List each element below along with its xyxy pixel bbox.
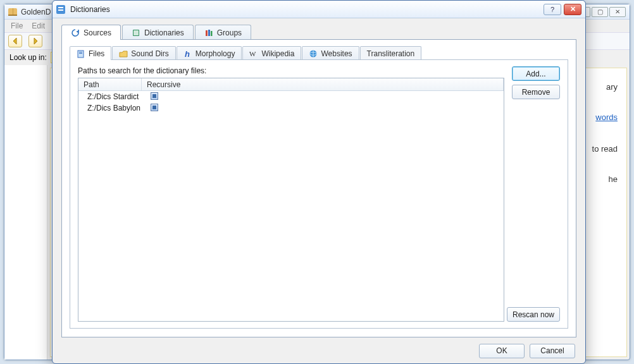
recursive-cell [148, 104, 158, 113]
dialog-footer: OK Cancel [53, 338, 585, 363]
books-icon [204, 28, 213, 37]
recursive-checkbox[interactable] [151, 92, 158, 100]
ok-button[interactable]: OK [479, 344, 525, 358]
subtab-sound-label: Sound Dirs [131, 49, 168, 58]
files-pane: Paths to search for the dictionary files… [70, 59, 568, 329]
path-cell: Z:/Dics Babylon [78, 104, 148, 112]
tab-groups[interactable]: Groups [195, 25, 251, 40]
dictionaries-icon [56, 5, 65, 14]
recursive-cell [148, 92, 158, 102]
remove-button[interactable]: Remove [512, 85, 560, 99]
subtab-files[interactable]: Files [70, 46, 111, 60]
files-icon [77, 49, 85, 58]
svg-rect-4 [211, 31, 213, 36]
close-main-button[interactable]: ✕ [609, 7, 626, 17]
subtab-transliteration[interactable]: Transliteration [360, 46, 422, 60]
recursive-checkbox[interactable] [151, 104, 158, 111]
svg-rect-7 [79, 53, 82, 54]
table-row[interactable]: Z:/Dics Stardict [78, 91, 504, 102]
paths-column: Paths to search for the dictionary files… [78, 66, 504, 322]
help-button[interactable]: ? [544, 4, 561, 15]
book-icon [132, 28, 140, 37]
morphology-icon: h [183, 49, 192, 58]
dialog-body: Sources Dictionaries Groups [53, 18, 585, 338]
paths-rows: Z:/Dics Stardict Z:/Dics Babylon [78, 91, 504, 114]
subtab-websites-label: Websites [321, 49, 352, 58]
svg-rect-2 [206, 30, 208, 36]
svg-rect-3 [208, 30, 210, 36]
tab-dictionaries[interactable]: Dictionaries [122, 25, 194, 40]
outer-tabs: Sources Dictionaries Groups [61, 25, 576, 40]
svg-rect-1 [134, 30, 139, 35]
tab-sources-label: Sources [84, 28, 111, 37]
maximize-button[interactable]: ▢ [592, 7, 608, 17]
side-buttons: Add... Remove Rescan now [512, 66, 560, 322]
app-icon [8, 8, 17, 16]
close-dialog-button[interactable]: ✕ [564, 4, 581, 15]
forward-button[interactable] [28, 35, 42, 47]
add-button[interactable]: Add... [512, 66, 560, 81]
main-sidebar [4, 65, 47, 360]
dictionaries-dialog: Dictionaries ? ✕ Sources Dictionaries [52, 0, 586, 364]
dialog-window-controls: ? ✕ [544, 4, 581, 15]
subtab-morphology[interactable]: h Morphology [177, 46, 242, 60]
paths-table: Path Recursive Z:/Dics Stardict Z:/Dics … [78, 78, 504, 322]
svg-text:W: W [249, 50, 256, 58]
subtab-files-label: Files [89, 49, 104, 58]
svg-text:h: h [185, 49, 190, 58]
subtab-wikipedia-label: Wikipedia [261, 49, 294, 58]
globe-icon [309, 49, 318, 58]
tab-dictionaries-label: Dictionaries [144, 28, 184, 37]
sources-pane: Files Sound Dirs h Morphology W [61, 39, 576, 337]
rescan-button[interactable]: Rescan now [507, 307, 560, 322]
content-fragment: he [609, 174, 618, 184]
dialog-title: Dictionaries [70, 5, 110, 14]
svg-rect-6 [79, 52, 82, 52]
content-fragment: to read [592, 144, 618, 154]
tab-sources[interactable]: Sources [61, 25, 121, 40]
menu-file[interactable]: File [11, 21, 23, 30]
lookup-label: Look up in: [9, 53, 47, 62]
refresh-icon [71, 28, 80, 37]
content-fragment: ary [606, 82, 618, 92]
inner-tabs: Files Sound Dirs h Morphology W [70, 46, 568, 60]
subtab-transliteration-label: Transliteration [367, 49, 415, 58]
ok-button-label: OK [496, 346, 507, 355]
dialog-titlebar: Dictionaries ? ✕ [53, 1, 585, 18]
table-row[interactable]: Z:/Dics Babylon [78, 102, 504, 114]
paths-header: Path Recursive [78, 78, 504, 91]
subtab-morphology-label: Morphology [196, 49, 235, 58]
subtab-websites[interactable]: Websites [302, 46, 359, 60]
paths-label: Paths to search for the dictionary files… [78, 66, 504, 75]
rescan-button-label: Rescan now [513, 310, 554, 319]
menu-edit[interactable]: Edit [32, 21, 45, 30]
tab-groups-label: Groups [217, 28, 242, 37]
cancel-button-label: Cancel [540, 346, 564, 355]
folder-sound-icon [119, 49, 128, 58]
svg-rect-5 [78, 51, 84, 58]
cancel-button[interactable]: Cancel [530, 344, 575, 358]
content-link-fragment[interactable]: words [595, 112, 618, 122]
subtab-wikipedia[interactable]: W Wikipedia [242, 46, 301, 60]
back-button[interactable] [8, 35, 22, 47]
path-cell: Z:/Dics Stardict [78, 92, 148, 101]
add-button-label: Add... [526, 70, 545, 78]
column-recursive[interactable]: Recursive [142, 78, 504, 90]
main-window-title: GoldenD [21, 8, 51, 16]
remove-button-label: Remove [522, 88, 550, 97]
subtab-sound[interactable]: Sound Dirs [112, 46, 175, 60]
column-path[interactable]: Path [78, 78, 142, 90]
wikipedia-icon: W [249, 49, 258, 58]
